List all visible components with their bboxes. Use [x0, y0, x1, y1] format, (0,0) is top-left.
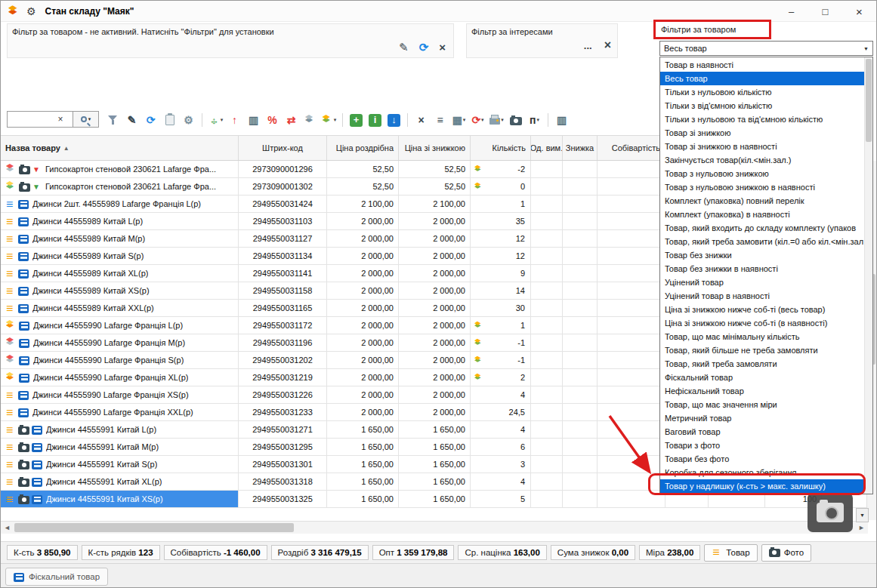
dropdown-item[interactable]: Товар з нульовою знижкою	[660, 167, 864, 180]
dropdown-item[interactable]: Товар, який входить до складу комплекту …	[660, 221, 864, 235]
layers-yellow-icon	[5, 372, 17, 383]
photo-options-dropdown[interactable]: ▼	[856, 508, 869, 522]
maximize-button[interactable]: □	[808, 1, 842, 22]
dropdown-item[interactable]: Товари без фото	[660, 452, 864, 466]
toolbar-button[interactable]: ▾	[208, 111, 224, 129]
toolbar-button[interactable]: ▾	[545, 111, 551, 129]
toolbar-button[interactable]: ▾	[105, 111, 121, 129]
dropdown-item-label: Товар, який входить до складу комплекту …	[665, 223, 856, 232]
dropdown-item[interactable]: Товар зі знижкою	[660, 126, 864, 140]
toolbar-button[interactable]: ⟳ ▾	[470, 111, 486, 129]
tab-fiscal-product[interactable]: Фіскальний товар	[5, 568, 108, 586]
dropdown-item[interactable]: Товар без знижки	[660, 248, 864, 262]
unit-cell	[531, 282, 563, 299]
toolbar-button[interactable]: ▾	[508, 111, 523, 129]
search-input[interactable]	[8, 114, 54, 125]
toolbar-button[interactable]: ▾	[302, 111, 318, 129]
dropdown-item[interactable]: Уцінений товар в наявності	[660, 289, 864, 303]
toolbar-button[interactable]: ▾	[321, 111, 337, 129]
column-header-name[interactable]: Назва товару▲	[1, 136, 239, 160]
toolbar-button[interactable]: ▾	[405, 111, 410, 129]
toolbar-button[interactable]: ▾	[340, 111, 345, 129]
dropdown-scrollbar[interactable]	[864, 57, 872, 494]
toolbar-button[interactable]: ✎ ▾	[124, 111, 140, 129]
toolbar-button[interactable]: ≡ ▾	[432, 111, 448, 129]
dropdown-item[interactable]: Метричний товар	[660, 411, 864, 425]
toolbar-button[interactable]: ▾	[199, 111, 205, 129]
toolbar-button[interactable]: ▥ ▾	[554, 111, 570, 129]
scroll-right-arrow-icon[interactable]: ►	[855, 522, 868, 534]
dropdown-item[interactable]: Тільки з нульовою кількістю	[660, 85, 864, 99]
dropdown-item[interactable]: Товар з нульовою знижкою в наявності	[660, 180, 864, 194]
edit-filter-icon[interactable]: ✎	[399, 42, 409, 54]
dropdown-item[interactable]: Весь товар	[660, 72, 864, 85]
column-header-unit[interactable]: Од. вим.	[531, 136, 563, 160]
photo-preview-button[interactable]	[808, 493, 853, 532]
info-icon: i	[369, 114, 381, 127]
dropdown-item[interactable]: Товар зі знижкою в наявності	[660, 140, 864, 153]
horizontal-scrollbar-thumb[interactable]	[14, 523, 294, 532]
interest-close-icon[interactable]: ×	[604, 38, 611, 52]
dropdown-item[interactable]: Товар без знижки в наявності	[660, 262, 864, 276]
dropdown-item[interactable]: Товар у надлишку (к-сть > макс. залишку)	[660, 479, 864, 493]
toolbar-button[interactable]: % ▾	[264, 111, 280, 129]
clear-search-icon[interactable]: ×	[54, 114, 66, 125]
dropdown-item[interactable]: Ціна зі знижкою нижче соб-ті (весь товар…	[660, 303, 864, 316]
dropdown-item[interactable]: Тільки з нульовою та від'ємною кількістю	[660, 112, 864, 126]
toolbar-button[interactable]: ↑ ▾	[227, 111, 242, 129]
gear-icon[interactable]: ⚙	[26, 5, 36, 17]
column-header-discount[interactable]: Знижка	[563, 136, 598, 160]
status-toggle-button[interactable]: Товар	[704, 544, 757, 562]
dropdown-item[interactable]: Товар, що має мінімальну кількість	[660, 330, 864, 343]
dropdown-item[interactable]: Товари з фото	[660, 439, 864, 452]
search-button[interactable]: ▾	[73, 111, 99, 128]
dropdown-item[interactable]: Товар в наявності	[660, 58, 864, 72]
toolbar-button[interactable]: ▥ ▾	[245, 111, 261, 129]
status-toggle-button[interactable]: Фото	[761, 544, 811, 562]
toolbar-button[interactable]: ↓ ▾	[386, 111, 402, 129]
dropdown-item[interactable]: Товар, що має значення міри	[660, 398, 864, 411]
dropdown-item[interactable]: Фіскальний товар	[660, 371, 864, 384]
list-orange-icon	[5, 407, 16, 418]
dropdown-scrollbar-thumb[interactable]	[866, 59, 872, 142]
scroll-left-arrow-icon[interactable]: ◄	[1, 522, 14, 534]
dropdown-item[interactable]: Товар, який більше не треба замовляти	[660, 343, 864, 357]
dropdown-item[interactable]: Тільки з від'ємною кількістю	[660, 99, 864, 112]
toolbar-button[interactable]: i ▾	[367, 111, 383, 129]
clear-filter-icon[interactable]: ×	[439, 42, 446, 54]
minimize-button[interactable]: –	[774, 1, 808, 22]
toolbar-button[interactable]: ▾	[162, 111, 178, 129]
dropdown-item[interactable]: Ціна зі знижкою нижче соб-ті (в наявност…	[660, 316, 864, 330]
product-filter-combobox[interactable]: Весь товар	[659, 41, 873, 56]
dropdown-item[interactable]: Закінчується товар(кіл.<мін.зал.)	[660, 153, 864, 167]
dropdown-item[interactable]: Товар, який треба замовити (кіл.=0 або к…	[660, 235, 864, 248]
toolbar-button[interactable]: ▾	[489, 111, 505, 129]
horizontal-scrollbar[interactable]: ◄ ►	[1, 521, 868, 534]
discount-cell	[563, 404, 598, 420]
toolbar-button[interactable]: ▦ ▾	[451, 111, 467, 129]
dropdown-item[interactable]: Ваговий товар	[660, 425, 864, 439]
dropdown-item[interactable]: Коробка для сезонного зберігання	[660, 466, 864, 479]
dropdown-item[interactable]: Товар, який треба замовляти	[660, 357, 864, 371]
column-header-barcode[interactable]: Штрих-код	[239, 136, 327, 160]
dropdown-item[interactable]: Нефіскальний товар	[660, 384, 864, 398]
close-button[interactable]: ×	[842, 1, 876, 22]
dropdown-item-label: Товар зі знижкою	[665, 128, 730, 137]
toolbar-button[interactable]: ⟳ ▾	[143, 111, 159, 129]
toolbar-button[interactable]: ⇄ ▾	[283, 111, 299, 129]
column-header-quantity[interactable]: Кількість	[471, 136, 531, 160]
column-header-retail-price[interactable]: Ціна роздрібна	[327, 136, 399, 160]
dropdown-item[interactable]: Уцінений товар	[660, 276, 864, 289]
dropdown-item[interactable]: Комплект (упаковка) повний перелік	[660, 194, 864, 208]
toolbar-button[interactable]: ⚙ ▾	[181, 111, 196, 129]
status-value: 163,00	[514, 548, 540, 557]
dropdown-item[interactable]: Комплект (упаковка) в наявності	[660, 208, 864, 221]
column-header-cost[interactable]: Собівартість	[598, 136, 665, 160]
toolbar-button[interactable]: + ▾	[348, 111, 364, 129]
column-header-discount-price[interactable]: Ціна зі знижкою	[399, 136, 471, 160]
chevron-down-icon[interactable]	[860, 46, 872, 51]
refresh-filter-icon[interactable]: ⟳	[419, 42, 429, 54]
toolbar-button[interactable]: × ▾	[413, 111, 429, 129]
toolbar-button[interactable]: п ▾	[527, 111, 542, 129]
interest-more-button[interactable]: ...	[584, 40, 592, 51]
